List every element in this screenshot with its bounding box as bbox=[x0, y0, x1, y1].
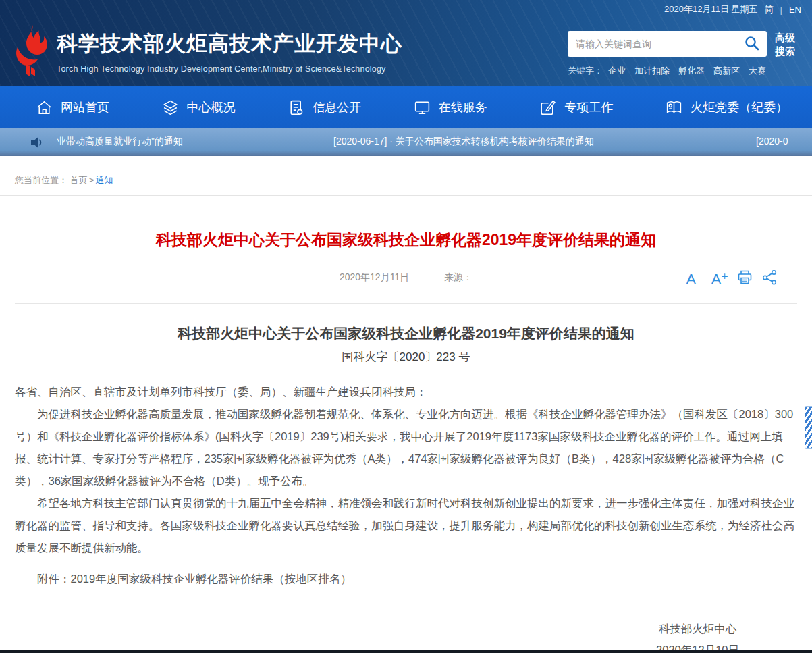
layers-icon bbox=[161, 99, 180, 117]
breadcrumb-separator: > bbox=[89, 175, 94, 185]
lang-english-link[interactable]: EN bbox=[789, 5, 801, 15]
signature-block: 科技部火炬中心 2020年12月10日 bbox=[15, 619, 797, 653]
article-date: 2020年12月11日 bbox=[340, 271, 409, 282]
keyword-link[interactable]: 孵化器 bbox=[678, 66, 705, 76]
advanced-search-link[interactable]: 高级 搜索 bbox=[775, 31, 795, 57]
keyword-link[interactable]: 企业 bbox=[608, 66, 626, 76]
article-source-label: 来源： bbox=[444, 271, 472, 282]
ticker-item[interactable]: [2020-0 bbox=[756, 136, 788, 147]
nav-item-home[interactable]: 网站首页 bbox=[35, 99, 109, 117]
nav-item-label: 在线服务 bbox=[439, 99, 487, 115]
ticker-item[interactable]: [2020-06-17] · 关于公布国家技术转移机构考核评价结果的通知 bbox=[333, 136, 594, 148]
lang-simplified-link[interactable]: 简 bbox=[765, 3, 774, 16]
notice-heading: 科技部火炬中心关于公布国家级科技企业孵化器2019年度评价结果的通知 bbox=[15, 324, 797, 343]
nav-item-label: 网站首页 bbox=[61, 99, 109, 115]
article: 科技部火炬中心关于公布国家级科技企业孵化器2019年度评价结果的通知 2020年… bbox=[0, 230, 812, 653]
search-input[interactable] bbox=[568, 31, 767, 57]
salutation: 各省、自治区、直辖市及计划单列市科技厅（委、局）、新疆生产建设兵团科技局： bbox=[15, 381, 797, 403]
article-meta: 2020年12月11日 来源： A⁻ A⁺ bbox=[15, 271, 797, 289]
breadcrumb: 您当前位置： 首页>通知 bbox=[0, 156, 812, 196]
print-icon bbox=[736, 273, 753, 288]
keyword-link[interactable]: 高新区 bbox=[713, 66, 740, 76]
nav-item-special-work[interactable]: 专项工作 bbox=[539, 99, 613, 117]
meta-divider bbox=[15, 303, 797, 304]
breadcrumb-label: 您当前位置： bbox=[15, 175, 67, 185]
breadcrumb-home-link[interactable]: 首页 bbox=[70, 175, 88, 185]
header-main: 科学技术部火炬高技术产业开发中心 Torch High Technology I… bbox=[0, 19, 812, 86]
share-icon bbox=[761, 273, 778, 288]
attachment-line: 附件：2019年度国家级科技企业孵化器评价结果（按地区排名） bbox=[15, 568, 797, 590]
brand-text: 科学技术部火炬高技术产业开发中心 Torch High Technology I… bbox=[57, 24, 402, 74]
search-area: 高级 搜索 关键字：企业加计扣除孵化器高新区大赛 bbox=[568, 24, 799, 77]
top-bar: 2020年12月11日 星期五 简 | EN bbox=[0, 0, 812, 19]
site-title: 科学技术部火炬高技术产业开发中心 bbox=[57, 30, 402, 58]
keywords-label: 关键字： bbox=[568, 66, 603, 76]
doc-number: 国科火字〔2020〕223 号 bbox=[15, 349, 797, 365]
body-paragraph: 为促进科技企业孵化器高质量发展，推动国家级孵化器朝着规范化、体系化、专业化方向迈… bbox=[15, 403, 797, 492]
font-increase-button[interactable]: A⁺ bbox=[711, 271, 728, 286]
page: 2020年12月11日 星期五 简 | EN 科学技术部火炬高技术产业开发中心 … bbox=[0, 0, 812, 653]
site-header: 2020年12月11日 星期五 简 | EN 科学技术部火炬高技术产业开发中心 … bbox=[0, 0, 812, 86]
search-button[interactable] bbox=[740, 33, 764, 55]
nav-item-label: 火炬党委（纪委） bbox=[691, 99, 788, 115]
body-paragraph: 希望各地方科技主管部门认真贯彻党的十九届五中全会精神，精准领会和践行新时代对科技… bbox=[15, 492, 797, 559]
news-ticker: 业带动高质量就业行动”的通知 [2020-06-17] · 关于公布国家技术转移… bbox=[0, 128, 812, 156]
nav-item-label: 中心概况 bbox=[187, 99, 236, 115]
breadcrumb-current-link[interactable]: 通知 bbox=[95, 175, 113, 185]
home-icon bbox=[35, 99, 53, 117]
keyword-link[interactable]: 加计扣除 bbox=[634, 66, 670, 76]
site-subtitle: Torch High Technology Industry Developme… bbox=[57, 64, 402, 74]
footer-band bbox=[0, 650, 812, 653]
lang-divider: | bbox=[780, 5, 782, 15]
monitor-icon bbox=[413, 99, 431, 117]
nav-item-label: 信息公开 bbox=[313, 99, 361, 115]
speaker-icon bbox=[29, 134, 45, 153]
party-book-icon bbox=[665, 99, 683, 117]
main-nav: 网站首页 中心概况 信息公开 bbox=[0, 86, 812, 128]
font-decrease-button[interactable]: A⁻ bbox=[686, 271, 703, 286]
nav-item-info-disclosure[interactable]: 信息公开 bbox=[287, 99, 361, 117]
nav-item-about[interactable]: 中心概况 bbox=[161, 99, 236, 117]
torch-logo-icon bbox=[12, 24, 50, 77]
nav-item-party-committee[interactable]: 火炬党委（纪委） bbox=[665, 99, 788, 117]
nav-item-online-services[interactable]: 在线服务 bbox=[413, 99, 487, 117]
brand[interactable]: 科学技术部火炬高技术产业开发中心 Torch High Technology I… bbox=[12, 24, 402, 77]
search-box bbox=[568, 31, 767, 57]
article-title: 科技部火炬中心关于公布国家级科技企业孵化器2019年度评价结果的通知 bbox=[15, 230, 797, 251]
share-button[interactable] bbox=[761, 269, 778, 288]
signature-name: 科技部火炬中心 bbox=[656, 619, 739, 639]
nav-item-label: 专项工作 bbox=[564, 99, 613, 115]
keyword-link[interactable]: 大赛 bbox=[749, 66, 766, 76]
print-button[interactable] bbox=[736, 269, 753, 288]
side-float-widget[interactable] bbox=[805, 406, 812, 449]
document-icon bbox=[287, 99, 305, 117]
article-tools: A⁻ A⁺ bbox=[686, 269, 778, 288]
search-icon bbox=[743, 44, 761, 54]
ticker-item[interactable]: 业带动高质量就业行动”的通知 bbox=[57, 136, 183, 148]
pen-icon bbox=[539, 99, 557, 117]
hot-keywords: 关键字：企业加计扣除孵化器高新区大赛 bbox=[568, 65, 799, 77]
notice-body: 各省、自治区、直辖市及计划单列市科技厅（委、局）、新疆生产建设兵团科技局： 为促… bbox=[15, 381, 797, 590]
current-datetime: 2020年12月11日 星期五 bbox=[664, 3, 758, 16]
